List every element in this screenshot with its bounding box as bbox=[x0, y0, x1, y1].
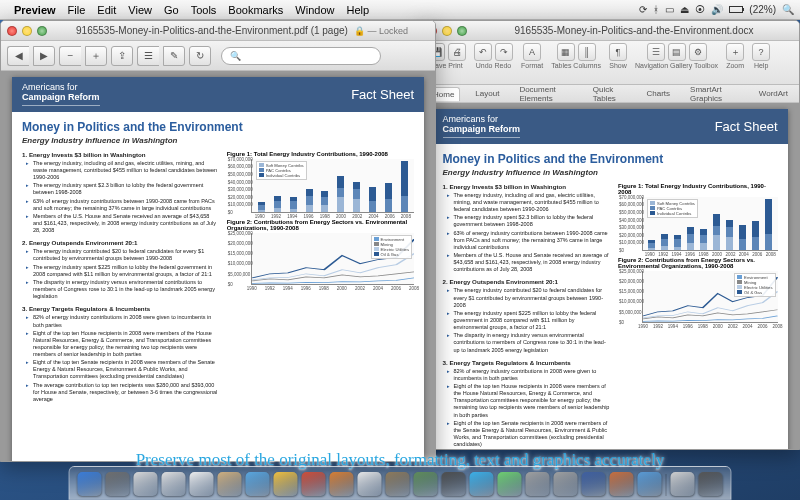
word-toolbar[interactable]: 💾🖨Save Print ↶↷Undo Redo AFormat ▦║Table… bbox=[421, 41, 799, 85]
dock-item[interactable] bbox=[162, 472, 186, 496]
zoom-out-button[interactable]: − bbox=[59, 46, 81, 66]
tab-smartart[interactable]: SmartArt Graphics bbox=[685, 83, 744, 105]
preview-window[interactable]: 9165535-Money-in-Politics-and-the-Enviro… bbox=[0, 20, 436, 462]
display-icon: ▭ bbox=[665, 4, 674, 15]
word-ribbon-tabs[interactable]: Home Layout Document Elements Quick Tabl… bbox=[421, 85, 799, 103]
word-window-title: 9165535-Money-in-Politics-and-the-Enviro… bbox=[514, 25, 753, 36]
dock-item[interactable] bbox=[78, 472, 102, 496]
preview-window-title: 9165535-Money-in-Politics-and-the-Enviro… bbox=[76, 25, 348, 36]
sidebar-button[interactable]: ☰ bbox=[137, 46, 159, 66]
tab-wordart[interactable]: WordArt bbox=[754, 87, 793, 100]
figure1-chart: $0$10,000,000$20,000,000$30,000,000$40,0… bbox=[642, 197, 778, 251]
word-page: Americans for Campaign Reform Fact Sheet… bbox=[433, 109, 788, 449]
dock-item[interactable] bbox=[582, 472, 606, 496]
zoom-button[interactable] bbox=[457, 26, 467, 36]
preview-doc-area[interactable]: Americans for Campaign Reform Fact Sheet… bbox=[1, 71, 435, 461]
help-button[interactable]: ? bbox=[752, 43, 770, 61]
group-help: Help bbox=[754, 62, 768, 69]
bullet: Eight of the top ten House recipients in… bbox=[28, 330, 219, 359]
dock-item[interactable] bbox=[671, 472, 695, 496]
preview-toolbar[interactable]: ◀ ▶ − ＋ ⇪ ☰ ✎ ↻ bbox=[1, 41, 435, 71]
dock-item[interactable] bbox=[638, 472, 662, 496]
menu-bookmarks[interactable]: Bookmarks bbox=[228, 4, 283, 16]
bullet: The energy industry spent $225 million t… bbox=[28, 264, 219, 278]
factsheet-header: Americans for Campaign Reform Fact Sheet bbox=[433, 109, 788, 144]
dock-item[interactable] bbox=[470, 472, 494, 496]
dock-item[interactable] bbox=[274, 472, 298, 496]
dock-item[interactable] bbox=[526, 472, 550, 496]
minimize-button[interactable] bbox=[22, 26, 32, 36]
undo-button[interactable]: ↶ bbox=[474, 43, 492, 61]
gallery-button[interactable]: ▤ bbox=[668, 43, 686, 61]
tab-quick-tables[interactable]: Quick Tables bbox=[588, 83, 632, 105]
preview-page: Americans for Campaign Reform Fact Sheet… bbox=[12, 77, 424, 461]
columns-button[interactable]: ║ bbox=[578, 43, 596, 61]
dock-item[interactable] bbox=[554, 472, 578, 496]
word-titlebar[interactable]: 9165535-Money-in-Politics-and-the-Enviro… bbox=[421, 21, 799, 41]
word-doc-area[interactable]: Americans for Campaign Reform Fact Sheet… bbox=[421, 103, 799, 449]
menu-edit[interactable]: Edit bbox=[97, 4, 116, 16]
dock-item[interactable] bbox=[358, 472, 382, 496]
tab-layout[interactable]: Layout bbox=[470, 87, 504, 100]
nav-button[interactable]: ☰ bbox=[647, 43, 665, 61]
rotate-button[interactable]: ↻ bbox=[189, 46, 211, 66]
close-button[interactable] bbox=[7, 26, 17, 36]
group-format: Format bbox=[521, 62, 543, 69]
bullet: The energy industry spent $225 million t… bbox=[449, 310, 610, 331]
dock-item[interactable] bbox=[302, 472, 326, 496]
dock-item[interactable] bbox=[386, 472, 410, 496]
dock-item[interactable] bbox=[498, 472, 522, 496]
preview-titlebar[interactable]: 9165535-Money-in-Politics-and-the-Enviro… bbox=[1, 21, 435, 41]
app-menu[interactable]: Preview bbox=[14, 4, 56, 16]
factsheet-tag: Fact Sheet bbox=[351, 87, 414, 102]
menubar-status: ⟳ ᚼ ▭ ⏏ ⦿ 🔊 (22%) 🔍 bbox=[639, 4, 794, 15]
prev-page-button[interactable]: ◀ bbox=[7, 46, 29, 66]
menu-go[interactable]: Go bbox=[164, 4, 179, 16]
tab-charts[interactable]: Charts bbox=[642, 87, 676, 100]
markup-button[interactable]: ✎ bbox=[163, 46, 185, 66]
dock-item[interactable] bbox=[218, 472, 242, 496]
dock-item[interactable] bbox=[246, 472, 270, 496]
dock-item[interactable] bbox=[190, 472, 214, 496]
bullet: 82% of energy industry contributions in … bbox=[28, 314, 219, 328]
dock-item[interactable] bbox=[610, 472, 634, 496]
format-button[interactable]: A bbox=[523, 43, 541, 61]
org-line2: Campaign Reform bbox=[443, 125, 521, 135]
share-button[interactable]: ⇪ bbox=[111, 46, 133, 66]
next-page-button[interactable]: ▶ bbox=[33, 46, 55, 66]
redo-button[interactable]: ↷ bbox=[495, 43, 513, 61]
word-window[interactable]: 9165535-Money-in-Politics-and-the-Enviro… bbox=[420, 20, 800, 450]
zoom-in-button[interactable]: ＋ bbox=[726, 43, 744, 61]
bullet: The average contribution to top ten reci… bbox=[28, 382, 219, 403]
zoom-button[interactable] bbox=[37, 26, 47, 36]
bullet: 82% of energy industry contributions in … bbox=[449, 368, 610, 382]
preview-traffic-lights[interactable] bbox=[7, 26, 47, 36]
dock[interactable] bbox=[69, 466, 732, 500]
dock-item[interactable] bbox=[106, 472, 130, 496]
show-button[interactable]: ¶ bbox=[609, 43, 627, 61]
volume-icon: 🔊 bbox=[711, 4, 723, 15]
toolbox-button[interactable]: ⚙ bbox=[689, 43, 707, 61]
dock-item[interactable] bbox=[442, 472, 466, 496]
search-input[interactable] bbox=[221, 47, 381, 65]
zoom-in-button[interactable]: ＋ bbox=[85, 46, 107, 66]
dock-item[interactable] bbox=[699, 472, 723, 496]
menu-file[interactable]: File bbox=[68, 4, 86, 16]
print-button[interactable]: 🖨 bbox=[448, 43, 466, 61]
section-heading: 2. Energy Outspends Environment 20:1 bbox=[22, 239, 219, 247]
spotlight-icon[interactable]: 🔍 bbox=[782, 4, 794, 15]
tables-button[interactable]: ▦ bbox=[557, 43, 575, 61]
minimize-button[interactable] bbox=[442, 26, 452, 36]
battery-icon bbox=[729, 6, 743, 13]
menu-window[interactable]: Window bbox=[295, 4, 334, 16]
dock-item[interactable] bbox=[330, 472, 354, 496]
dock-item[interactable] bbox=[134, 472, 158, 496]
mac-menubar[interactable]: Preview File Edit View Go Tools Bookmark… bbox=[0, 0, 800, 20]
dock-item[interactable] bbox=[414, 472, 438, 496]
menu-tools[interactable]: Tools bbox=[191, 4, 217, 16]
menu-help[interactable]: Help bbox=[346, 4, 369, 16]
factsheet-header: Americans for Campaign Reform Fact Sheet bbox=[12, 77, 424, 112]
menu-view[interactable]: View bbox=[128, 4, 152, 16]
tab-doc-elements[interactable]: Document Elements bbox=[514, 83, 577, 105]
bullet: The energy industry, including oil and g… bbox=[449, 192, 610, 213]
